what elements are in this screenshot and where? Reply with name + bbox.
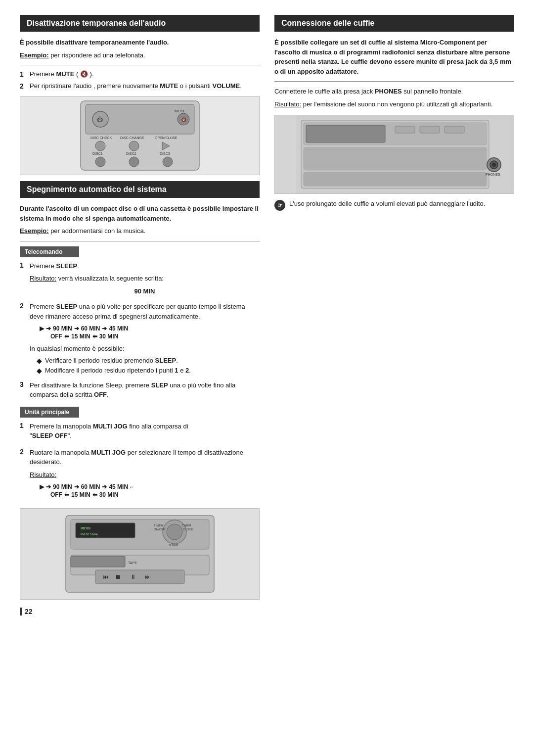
right-intro: È possibile collegare un set di cuffie a… bbox=[274, 39, 511, 75]
tele-step1-num: 1 bbox=[20, 261, 26, 269]
unit-arrow3: ➔ bbox=[102, 483, 107, 490]
section1-step2: 2 Per ripristinare l'audio , premere nuo… bbox=[20, 82, 260, 90]
svg-text:⏸: ⏸ bbox=[130, 573, 136, 580]
bullet2-text: Modificare il periodo residuo ripetendo … bbox=[45, 367, 191, 374]
unit-step1-num: 1 bbox=[20, 422, 26, 429]
section2-title: Spegnimento automatico del sistema bbox=[27, 185, 167, 193]
svg-text:88:88: 88:88 bbox=[81, 526, 91, 530]
unit-arrow2: ➔ bbox=[74, 483, 79, 490]
section1-title: Disattivazione temporanea dell'audio bbox=[27, 19, 166, 27]
page-num-text: 22 bbox=[25, 608, 33, 615]
flow-30min: 30 MIN bbox=[99, 333, 119, 340]
bullet-symbol2: ◆ bbox=[37, 367, 42, 375]
unit-corner: ⌐ bbox=[130, 483, 134, 490]
flow-90min: 90 MIN bbox=[53, 325, 72, 332]
tele-step1: 1 Premere SLEEP. Risultato: verrà visual… bbox=[20, 261, 260, 298]
unit-flow-15min: 15 MIN bbox=[71, 491, 90, 498]
section2-content: Durante l'ascolto di un compact disc o d… bbox=[20, 204, 260, 600]
svg-rect-42 bbox=[306, 125, 385, 142]
remote-svg: MUTE 🔇 ⏻ DISC CHECK DISC CHANGE OPEN/CLO… bbox=[61, 98, 219, 173]
svg-text:🔇: 🔇 bbox=[181, 117, 187, 123]
right-result: Risultato: per l'emissione del suono non… bbox=[274, 99, 514, 109]
unita-header: Unità principale bbox=[20, 407, 79, 418]
left-column: Disattivazione temporanea dell'audio È p… bbox=[20, 15, 260, 615]
step1-num: 1 bbox=[20, 70, 26, 78]
step1-text: Premere MUTE ( 🔇 ). bbox=[30, 70, 93, 78]
flow-60min: 60 MIN bbox=[81, 325, 100, 332]
tele-step1-text: Premere SLEEP. bbox=[30, 261, 260, 271]
tele-flow-diagram: ▶ ➔ 90 MIN ➔ 60 MIN ➔ 45 MIN OFF ⬅ 15 MI bbox=[40, 325, 260, 340]
unita-label: Unità principale bbox=[25, 409, 69, 416]
svg-rect-33 bbox=[95, 570, 184, 584]
svg-text:ON/OFF: ON/OFF bbox=[154, 528, 165, 531]
svg-point-25 bbox=[167, 524, 182, 540]
svg-text:FM 88.5 MHz: FM 88.5 MHz bbox=[81, 533, 98, 536]
right-divider bbox=[274, 81, 514, 82]
page-number: 22 bbox=[20, 608, 260, 615]
arrow-play: ▶ bbox=[40, 325, 44, 332]
svg-point-47 bbox=[492, 163, 496, 167]
svg-point-16 bbox=[95, 157, 105, 167]
svg-rect-43 bbox=[304, 147, 487, 170]
section1-example-label: Esempio: bbox=[20, 51, 49, 59]
section1-step1: 1 Premere MUTE ( 🔇 ). bbox=[20, 70, 260, 78]
flow-row1: ▶ ➔ 90 MIN ➔ 60 MIN ➔ 45 MIN bbox=[40, 325, 260, 332]
tele-step2-num: 2 bbox=[20, 302, 26, 310]
unit-flow-row2: OFF ⬅ 15 MIN ⬅ 30 MIN bbox=[50, 491, 260, 498]
svg-text:TIMER: TIMER bbox=[182, 524, 191, 527]
unit-flow-60min: 60 MIN bbox=[81, 483, 100, 490]
bullet1: ◆ Verificare il periodo residuo premendo… bbox=[37, 357, 260, 365]
tele-step3-num: 3 bbox=[20, 380, 26, 388]
svg-text:⏭: ⏭ bbox=[145, 573, 151, 580]
bullet-symbol1: ◆ bbox=[37, 357, 42, 365]
svg-rect-38 bbox=[71, 556, 125, 567]
unit-flow-off: OFF bbox=[50, 491, 62, 498]
warning-text: L'uso prolungato delle cuffie a volumi e… bbox=[289, 200, 485, 207]
section2-intro: Durante l'ascolto di un compact disc o d… bbox=[20, 205, 259, 222]
svg-text:⏹: ⏹ bbox=[115, 573, 121, 580]
flow-15min: 15 MIN bbox=[71, 333, 90, 340]
svg-rect-52 bbox=[420, 126, 440, 133]
section-right-header: Connessione delle cuffie bbox=[274, 15, 514, 32]
main-unit-image: 88:88 FM 88.5 MHz TIMER ON/OFF TIMER CLO… bbox=[20, 508, 260, 600]
unit-flow-45min: 45 MIN bbox=[109, 483, 128, 490]
tele-step3: 3 Per disattivare la funzione Sleep, pre… bbox=[20, 380, 260, 403]
svg-point-11 bbox=[129, 141, 139, 151]
section1-header: Disattivazione temporanea dell'audio bbox=[20, 15, 260, 32]
svg-text:DISC3: DISC3 bbox=[160, 152, 170, 155]
section1-intro-bold: È possibile disattivare temporaneamente … bbox=[20, 39, 169, 46]
tele-step2-note: In qualsiasi momento è possibile: bbox=[30, 344, 260, 354]
unit-step2: 2 Ruotare la manopola MULTI JOG per sele… bbox=[20, 448, 260, 503]
svg-point-17 bbox=[129, 157, 139, 167]
svg-text:CLOCK: CLOCK bbox=[183, 528, 193, 531]
svg-text:DISC2: DISC2 bbox=[126, 152, 136, 155]
tele-step3-text: Per disattivare la funzione Sleep, preme… bbox=[30, 380, 260, 400]
unit-arrow1: ➔ bbox=[46, 483, 51, 490]
bullet1-text: Verificare il periodo residuo premendo S… bbox=[45, 357, 178, 364]
svg-text:DISC CHANGE: DISC CHANGE bbox=[120, 136, 144, 140]
note-icon: ☞ bbox=[274, 200, 285, 211]
unit-step1: 1 Premere la manopola MULTI JOG fino all… bbox=[20, 422, 260, 444]
bullet2: ◆ Modificare il periodo residuo ripetend… bbox=[37, 367, 260, 375]
svg-point-18 bbox=[163, 157, 173, 167]
arrow4: ⬅ bbox=[64, 333, 69, 340]
main-unit-svg: 88:88 FM 88.5 MHz TIMER ON/OFF TIMER CLO… bbox=[56, 511, 224, 597]
arrow5: ⬅ bbox=[92, 333, 97, 340]
unit-flow-row1: ▶ ➔ 90 MIN ➔ 60 MIN ➔ 45 MIN ⌐ bbox=[40, 483, 260, 490]
flow-off: OFF bbox=[50, 333, 62, 340]
divider2 bbox=[20, 241, 260, 241]
svg-text:MUTE: MUTE bbox=[175, 109, 186, 113]
headphone-image: PHONES bbox=[274, 115, 514, 194]
tele-step1-result: Risultato: verrà visualizzata la seguent… bbox=[30, 274, 260, 284]
svg-text:⏮: ⏮ bbox=[103, 573, 109, 580]
section1-content: È possibile disattivare temporaneamente … bbox=[20, 38, 260, 175]
svg-rect-53 bbox=[445, 126, 464, 133]
right-section-content: È possibile collegare un set di cuffie a… bbox=[274, 38, 514, 211]
right-instruction: Connettere le cuffie alla presa jack PHO… bbox=[274, 87, 514, 96]
section2-example-label: Esempio: bbox=[20, 227, 49, 235]
arrow3: ➔ bbox=[102, 325, 107, 332]
divider1 bbox=[20, 65, 260, 65]
right-column: Connessione delle cuffie È possibile col… bbox=[274, 15, 514, 615]
svg-text:SLEEP: SLEEP bbox=[169, 544, 178, 547]
note-symbol: ☞ bbox=[277, 202, 283, 209]
